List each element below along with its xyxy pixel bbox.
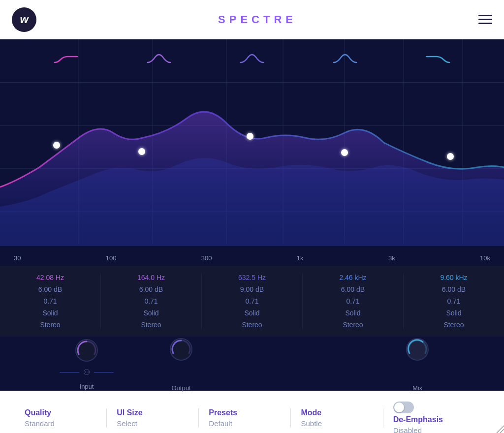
band1-channel[interactable]: Stereo <box>40 321 60 329</box>
eq-point-3[interactable] <box>247 133 253 140</box>
band5-q[interactable]: 0.71 <box>447 297 460 305</box>
logo[interactable]: w <box>12 7 36 32</box>
svg-point-12 <box>170 339 192 360</box>
input-knob-group: ⚇ Input <box>39 337 134 390</box>
frequency-labels: 30 100 300 1k 3k 10k <box>0 254 504 262</box>
band2-q[interactable]: 0.71 <box>144 297 158 305</box>
freq-label-300: 300 <box>201 254 212 262</box>
svg-line-15 <box>500 429 504 433</box>
band-parameters: 42.08 Hz 6.00 dB 0.71 Solid Stereo 164.0… <box>0 266 504 337</box>
band2-gain[interactable]: 6.00 dB <box>139 285 163 293</box>
footer-mode[interactable]: Mode Subtle <box>291 408 383 428</box>
mode-label: Mode <box>301 408 321 417</box>
svg-point-13 <box>407 339 428 360</box>
mix-label: Mix <box>412 384 422 392</box>
de-emphasis-label: De-Emphasis <box>393 415 443 424</box>
eq-display: 30 100 300 1k 3k 10k <box>0 39 504 266</box>
band3-q[interactable]: 0.71 <box>245 297 258 305</box>
band1-freq[interactable]: 42.08 Hz <box>36 274 64 281</box>
hamburger-line <box>478 23 492 24</box>
filter-icon-5[interactable] <box>423 49 453 69</box>
hamburger-line <box>478 15 492 16</box>
mode-value: Subtle <box>301 419 322 428</box>
band4-freq[interactable]: 2.46 kHz <box>339 274 366 281</box>
input-dash-right <box>94 372 114 372</box>
eq-curve <box>0 89 504 246</box>
freq-label-10k: 10k <box>480 254 490 262</box>
quality-value: Standard <box>25 419 55 428</box>
band-col-1: 42.08 Hz 6.00 dB 0.71 Solid Stereo <box>0 274 101 329</box>
footer-ui-size[interactable]: UI Size Select <box>107 408 199 428</box>
svg-line-14 <box>497 426 504 433</box>
band-col-3: 632.5 Hz 9.00 dB 0.71 Solid Stereo <box>202 274 303 329</box>
mix-knob-group: Mix <box>370 336 465 392</box>
band2-type[interactable]: Solid <box>143 309 158 317</box>
band1-gain[interactable]: 6.00 dB <box>38 285 62 293</box>
band5-type[interactable]: Solid <box>446 309 461 317</box>
footer-quality[interactable]: Quality Standard <box>15 408 107 428</box>
band4-type[interactable]: Solid <box>345 309 360 317</box>
band-col-5: 9.60 kHz 6.00 dB 0.71 Solid Stereo <box>404 274 504 329</box>
eq-point-5[interactable] <box>447 153 454 160</box>
presets-label: Presets <box>209 408 237 417</box>
controls-section: ⚇ Input Output Mix <box>0 337 504 391</box>
freq-label-30: 30 <box>14 254 21 262</box>
filter-icon-2[interactable] <box>144 49 174 69</box>
freq-label-1k: 1k <box>297 254 304 262</box>
input-knob[interactable] <box>73 337 100 364</box>
output-knob[interactable] <box>168 336 194 363</box>
de-emphasis-value: Disabled <box>393 426 422 433</box>
band3-type[interactable]: Solid <box>244 309 259 317</box>
menu-button[interactable] <box>478 15 492 24</box>
band5-channel[interactable]: Stereo <box>443 321 464 329</box>
filter-icon-4[interactable] <box>330 49 360 69</box>
eq-point-2[interactable] <box>138 148 145 155</box>
freq-label-3k: 3k <box>388 254 395 262</box>
band2-channel[interactable]: Stereo <box>141 321 161 329</box>
header: w SPECTRE <box>0 0 504 39</box>
footer-de-emphasis: De-Emphasis Disabled <box>383 402 489 433</box>
band3-freq[interactable]: 632.5 Hz <box>238 274 266 281</box>
band5-freq[interactable]: 9.60 kHz <box>440 274 467 281</box>
band4-q[interactable]: 0.71 <box>346 297 359 305</box>
filter-icon-1[interactable] <box>51 49 81 69</box>
band2-freq[interactable]: 164.0 Hz <box>137 274 165 281</box>
input-io-line: ⚇ <box>60 368 114 377</box>
presets-value: Default <box>209 419 232 428</box>
input-label: Input <box>80 383 94 390</box>
eq-point-1[interactable] <box>53 142 60 149</box>
app-title: SPECTRE <box>218 13 297 26</box>
logo-text: w <box>20 13 28 26</box>
band1-type[interactable]: Solid <box>42 309 58 317</box>
band4-channel[interactable]: Stereo <box>343 321 363 329</box>
band1-q[interactable]: 0.71 <box>43 297 57 305</box>
quality-label: Quality <box>25 408 51 417</box>
hamburger-line <box>478 19 492 20</box>
de-emphasis-toggle[interactable] <box>393 402 414 413</box>
svg-point-11 <box>76 340 97 361</box>
ui-size-value: Select <box>117 419 137 428</box>
footer-presets[interactable]: Presets Default <box>199 408 291 428</box>
output-knob-group: Output <box>134 336 228 392</box>
input-dash-left <box>60 372 79 372</box>
band5-gain[interactable]: 6.00 dB <box>442 285 466 293</box>
eq-point-4[interactable] <box>341 149 348 156</box>
filter-icon-3[interactable] <box>237 49 267 69</box>
ui-size-label: UI Size <box>117 408 142 417</box>
footer: Quality Standard UI Size Select Presets … <box>0 391 504 433</box>
mix-knob[interactable] <box>404 336 431 363</box>
band3-gain[interactable]: 9.00 dB <box>240 285 264 293</box>
band3-channel[interactable]: Stereo <box>242 321 262 329</box>
filter-icons-row <box>0 49 504 69</box>
link-icon[interactable]: ⚇ <box>83 368 90 377</box>
band-col-4: 2.46 kHz 6.00 dB 0.71 Solid Stereo <box>303 274 404 329</box>
output-label: Output <box>171 384 190 392</box>
resize-handle[interactable] <box>494 423 504 433</box>
band-col-2: 164.0 Hz 6.00 dB 0.71 Solid Stereo <box>101 274 202 329</box>
band4-gain[interactable]: 6.00 dB <box>341 285 365 293</box>
freq-label-100: 100 <box>106 254 117 262</box>
